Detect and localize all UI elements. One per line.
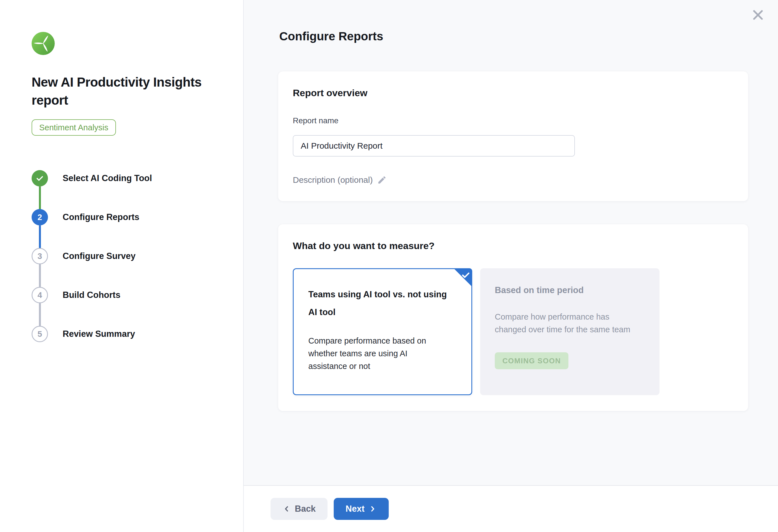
edit-pencil-icon[interactable]: [377, 175, 387, 185]
sentiment-analysis-badge: Sentiment Analysis: [31, 119, 116, 136]
coming-soon-badge: COMING SOON: [495, 352, 568, 369]
chevron-right-icon: [368, 505, 377, 513]
step-completed-check-icon: [31, 170, 48, 186]
app-window: New AI Productivity Insights report Sent…: [0, 0, 778, 532]
back-button-label: Back: [295, 504, 316, 514]
step-number-badge: 3: [31, 248, 48, 264]
selected-check-icon: [454, 268, 472, 287]
step-number-badge: 5: [31, 326, 48, 342]
report-name-input[interactable]: [293, 135, 575, 157]
option-title: Based on time period: [495, 285, 645, 296]
chevron-left-icon: [282, 505, 291, 513]
stepper-connector: [39, 264, 41, 287]
wizard-title: New AI Productivity Insights report: [31, 73, 204, 109]
stepper: Select AI Coding Tool 2 Configure Report…: [31, 170, 243, 342]
report-name-label: Report name: [293, 116, 733, 126]
stepper-connector: [39, 303, 41, 326]
report-overview-heading: Report overview: [293, 87, 733, 98]
step-number-badge: 4: [31, 287, 48, 303]
measure-card: What do you want to measure? Teams using…: [278, 224, 748, 411]
step-label: Configure Survey: [63, 251, 135, 261]
measure-heading: What do you want to measure?: [293, 240, 733, 251]
stepper-item-build-cohorts[interactable]: 4 Build Cohorts: [31, 287, 243, 303]
stepper-item-configure-reports[interactable]: 2 Configure Reports: [31, 209, 243, 225]
option-based-on-time-period: Based on time period Compare how perform…: [480, 268, 659, 395]
stepper-item-review-summary[interactable]: 5 Review Summary: [31, 326, 243, 342]
option-title: Teams using AI tool vs. not using AI too…: [308, 286, 457, 321]
sidebar: New AI Productivity Insights report Sent…: [0, 0, 244, 532]
step-label: Select AI Coding Tool: [63, 173, 152, 183]
panel-title: Configure Reports: [279, 29, 778, 44]
option-description: Compare how performance has changed over…: [495, 311, 636, 336]
measure-options: Teams using AI tool vs. not using AI too…: [293, 268, 733, 395]
stepper-connector: [39, 186, 41, 209]
configure-reports-panel: Configure Reports Report overview Report…: [244, 0, 778, 532]
back-button[interactable]: Back: [270, 498, 327, 520]
next-button-label: Next: [345, 504, 365, 514]
option-description: Compare performance based on whether tea…: [308, 334, 445, 373]
option-teams-using-ai-vs-not[interactable]: Teams using AI tool vs. not using AI too…: [293, 268, 472, 395]
step-number-badge: 2: [31, 209, 48, 225]
description-optional-label: Description (optional): [293, 175, 373, 185]
stepper-item-configure-survey[interactable]: 3 Configure Survey: [31, 248, 243, 264]
stepper-item-select-ai-coding-tool[interactable]: Select AI Coding Tool: [31, 170, 243, 186]
close-icon[interactable]: [751, 8, 765, 22]
step-label: Configure Reports: [63, 212, 139, 222]
next-button[interactable]: Next: [334, 498, 389, 520]
description-row: Description (optional): [293, 175, 733, 185]
step-label: Review Summary: [63, 329, 135, 339]
wizard-footer: Back Next: [244, 485, 778, 532]
report-overview-card: Report overview Report name Description …: [278, 71, 748, 201]
stepper-connector: [39, 225, 41, 248]
app-logo-icon: [31, 32, 55, 55]
step-label: Build Cohorts: [63, 290, 121, 300]
